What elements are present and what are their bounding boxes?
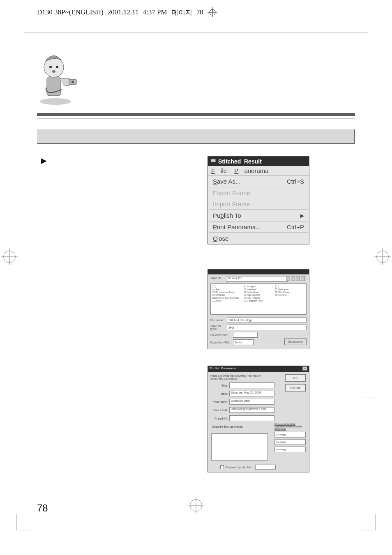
screenshot-menu: Stitched_Result File Panorama Save As...… — [208, 156, 309, 244]
file-item[interactable]: (C:)Photoshop Extra — [212, 291, 242, 293]
describe-textarea[interactable] — [211, 433, 268, 461]
crop-mark — [16, 514, 33, 530]
registration-mark-icon — [376, 251, 389, 263]
window-title-bar: Stitched_Result — [208, 157, 309, 166]
file-item[interactable]: backup — [212, 288, 242, 290]
file-list[interactable]: (C:) backup (C:)Photoshop Extra (C:)WIN.… — [210, 283, 307, 315]
header-time: 4:37 PM — [143, 8, 167, 16]
keywords-header: Choose up to three keywords to describe … — [274, 423, 306, 430]
app-icon — [210, 158, 216, 165]
copyright-input[interactable] — [229, 415, 274, 421]
file-name-input[interactable]: Stitched_Result.jpg — [227, 317, 307, 323]
file-item[interactable]: (C:)WINDOWS — [244, 294, 274, 296]
menu-item-export-frame: Export Frame — [208, 187, 309, 198]
file-item[interactable]: (C:) — [212, 285, 242, 288]
yourname-label: Your name: — [210, 401, 229, 403]
keywords-panel: Choose up to three keywords to describe … — [274, 423, 306, 452]
shortcut-label: Ctrl+P — [287, 223, 304, 230]
file-item[interactable]: (C:)default — [275, 294, 305, 296]
file-item[interactable]: (C:)images — [244, 285, 274, 288]
title-label: Title: — [210, 384, 229, 387]
svg-rect-4 — [47, 77, 61, 96]
youremail-label: Your email: — [210, 409, 229, 412]
svg-point-6 — [49, 66, 52, 68]
export-html-label: Export in HTML: — [210, 341, 233, 344]
dialog-title-bar: Publish Panorama × — [208, 366, 309, 372]
preview-size-label: Preview Size: — [210, 334, 233, 336]
registration-mark-icon — [208, 7, 217, 17]
list-view-icon[interactable] — [296, 276, 300, 281]
preview-size-input[interactable] — [233, 332, 258, 338]
header-page-word: 페이지 — [171, 8, 192, 17]
crop-mark — [370, 390, 370, 405]
crop-mark — [364, 398, 376, 398]
dialog-subtitle: Please provide the following information… — [210, 374, 268, 380]
date-input[interactable]: Saturday, May 26, 2001 — [229, 391, 274, 396]
yourname-input[interactable]: Unknown User — [229, 399, 274, 405]
file-item[interactable]: (C:)WIN.INI — [212, 294, 242, 296]
section-heading-bar — [37, 129, 355, 144]
file-item[interactable]: (C:)explorer — [244, 288, 274, 290]
menu-panorama[interactable]: Panorama — [234, 167, 268, 174]
new-folder-icon[interactable] — [291, 276, 295, 281]
screenshot-publish-dialog: Publish Panorama × Please provide the fo… — [208, 366, 309, 472]
menu-item-save-as[interactable]: Save As... Ctrl+S — [208, 176, 309, 187]
keyword-select-1[interactable]: (Nothing) — [274, 432, 306, 438]
menubar: File Panorama — [208, 166, 309, 176]
registration-mark-icon — [3, 251, 16, 263]
menu-file[interactable]: File — [211, 167, 227, 174]
file-name-label: File name: — [210, 319, 227, 322]
window-title: Stitched_Result — [218, 158, 262, 165]
details-view-icon[interactable] — [301, 276, 305, 281]
file-type-label: Save as type: — [210, 325, 227, 330]
header-date: 2001.12.11 — [108, 8, 139, 16]
save-button[interactable]: Save panor — [284, 339, 307, 345]
menu-item-import-frame: Import Frame — [208, 198, 309, 210]
password-checkbox[interactable] — [220, 465, 224, 469]
prepress-header: D130 38P~(ENGLISH) 2001.12.11 4:37 PM 페이… — [37, 7, 217, 17]
file-item[interactable]: (C:)My Pictures — [244, 297, 274, 299]
menu-item-close[interactable]: Close — [208, 233, 309, 244]
file-item[interactable]: (C:)Autoexec — [275, 288, 305, 290]
svg-rect-11 — [211, 159, 216, 162]
submenu-arrow-icon: ▶ — [300, 213, 304, 219]
password-checkbox-row: Password protected — [220, 465, 276, 470]
export-html-dropdown[interactable]: To file — [233, 339, 254, 345]
up-folder-icon[interactable] — [286, 276, 290, 281]
dialog-title: Publish Panorama — [210, 366, 236, 371]
shortcut-label: Ctrl+S — [287, 178, 304, 185]
crop-mark — [359, 514, 376, 530]
file-item[interactable]: (C:)defectLog — [244, 291, 274, 293]
password-input[interactable] — [255, 465, 276, 470]
file-item[interactable]: (C:)My Music — [275, 291, 305, 293]
bullet-icon: ▶ — [41, 156, 47, 165]
close-icon[interactable]: × — [302, 366, 307, 371]
keyword-select-2[interactable]: (Nothing) — [274, 439, 306, 445]
save-in-dropdown[interactable]: My Work (C:) — [226, 276, 288, 282]
ok-button[interactable]: OK — [285, 374, 306, 382]
svg-point-10 — [71, 81, 74, 83]
menu-item-print-panorama[interactable]: Print Panorama... Ctrl+P — [208, 221, 309, 233]
header-page: 78 — [196, 8, 203, 16]
menu-item-publish-to[interactable]: Publish To ▶ — [208, 210, 309, 221]
mascot-illustration — [33, 47, 80, 107]
frame-line — [24, 32, 24, 523]
save-in-label: Save in: — [210, 276, 221, 279]
screenshot-save-dialog: Save in: My Work (C:) (C:) backup (C:)Ph… — [208, 269, 309, 349]
password-label: Password protected — [226, 466, 251, 469]
youremail-input[interactable]: unknown@somewhere.com — [229, 407, 274, 413]
file-item[interactable]: (C:) — [275, 285, 305, 288]
keyword-select-3[interactable]: (Nothing) — [274, 447, 306, 452]
svg-point-3 — [40, 98, 71, 105]
file-item[interactable]: (C:)Program Files — [244, 299, 274, 302]
svg-point-8 — [52, 70, 55, 73]
page-number: 78 — [37, 502, 48, 514]
dialog-title-bar — [208, 269, 309, 274]
header-file: D130 38P~(ENGLISH) — [37, 8, 104, 16]
file-item[interactable]: Documents and Settings — [212, 297, 242, 299]
cancel-button[interactable]: Cancel — [285, 384, 306, 391]
save-in-row: Save in: My Work (C:) — [210, 276, 307, 282]
file-type-dropdown[interactable]: JPG — [227, 325, 307, 330]
title-input[interactable] — [229, 382, 274, 388]
file-item[interactable]: (C:)sc.ini — [212, 299, 242, 302]
